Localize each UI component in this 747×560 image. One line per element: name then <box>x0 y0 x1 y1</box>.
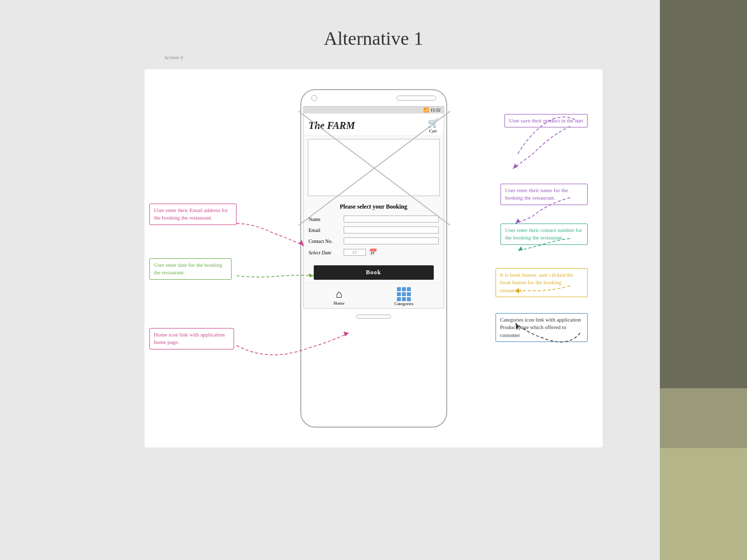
date-value: / / <box>353 250 356 255</box>
name-row: Name <box>309 216 439 223</box>
contact-input[interactable] <box>344 237 439 244</box>
phone-screen: 📶 15:32 The FARM 🛒 Cart <box>303 106 444 309</box>
app-title-text: The FARM <box>309 120 355 131</box>
categories-icon <box>397 287 411 301</box>
date-row: Select Date / / 📅 <box>309 248 439 256</box>
sidebar-bot <box>660 448 747 560</box>
home-nav-item[interactable]: ⌂ Home <box>334 288 345 306</box>
status-bar: 📶 15:32 <box>304 107 444 113</box>
cart-annotation: User save their product in the cart <box>504 114 588 127</box>
date-input[interactable]: / / <box>344 249 366 256</box>
booking-title: Please select your Booking <box>309 203 439 211</box>
wifi-icon: 📶 <box>423 108 429 112</box>
date-annotation: User enter date for the booking the rest… <box>149 258 232 280</box>
phone-container: 📶 15:32 The FARM 🛒 Cart <box>159 84 588 428</box>
email-row: Email <box>309 226 439 233</box>
categories-label: Categories <box>394 301 414 306</box>
bottom-nav: ⌂ Home Categories <box>304 283 444 308</box>
calendar-icon[interactable]: 📅 <box>368 248 376 256</box>
app-header: The FARM 🛒 Cart <box>304 113 444 136</box>
cart-label: Cart <box>429 128 437 133</box>
home-label: Home <box>334 301 345 306</box>
home-annotation: Home icon link with application home pag… <box>149 328 234 349</box>
date-label: Select Date <box>309 250 344 255</box>
categories-nav-item[interactable]: Categories <box>394 287 414 306</box>
email-label: Email <box>309 227 344 233</box>
page-title: Alternative 1 <box>0 0 747 54</box>
email-annotation: User enter their Email address for the b… <box>149 204 237 225</box>
categories-annotation: Categories icon link with application Pr… <box>496 313 588 342</box>
home-icon: ⌂ <box>336 288 342 301</box>
phone-top <box>301 90 446 106</box>
contact-row: Contact No. <box>309 237 439 244</box>
main-card: 📶 15:32 The FARM 🛒 Cart <box>144 69 603 448</box>
booking-section: Please select your Booking Name Email Co… <box>304 199 444 265</box>
name-label: Name <box>309 217 344 222</box>
name-input[interactable] <box>344 216 439 223</box>
contact-label: Contact No. <box>309 238 344 244</box>
phone-mockup: 📶 15:32 The FARM 🛒 Cart <box>300 89 447 428</box>
status-time: 15:32 <box>430 108 441 112</box>
email-input[interactable] <box>344 226 439 233</box>
content-area: 📶 15:32 The FARM 🛒 Cart <box>72 69 675 448</box>
phone-speaker <box>396 96 436 101</box>
phone-home-bar <box>356 315 391 319</box>
phone-camera <box>311 95 317 101</box>
contact-annotation: User enter their contact number for the … <box>500 224 588 245</box>
name-annotation: User enter their name for the booking th… <box>500 184 588 205</box>
book-button[interactable]: Book <box>314 265 434 280</box>
book-btn-annotation: It is book button. user cilcked the book… <box>496 268 588 297</box>
phone-bottom <box>301 309 446 324</box>
image-placeholder <box>308 139 440 196</box>
